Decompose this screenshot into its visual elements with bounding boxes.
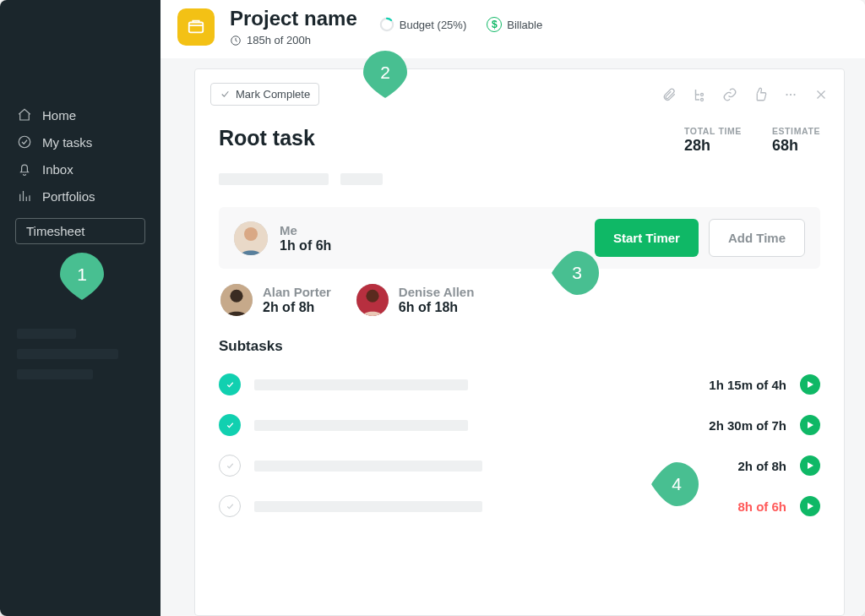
sidebar-item-label: Portfolios <box>42 189 95 204</box>
svg-point-14 <box>366 290 378 303</box>
project-header: Project name 185h of 200h Budget (25%) $… <box>160 0 865 58</box>
placeholder-row <box>219 173 820 185</box>
panel-actions <box>661 87 829 102</box>
subtasks-heading: Subtasks <box>219 338 820 355</box>
budget-progress-icon <box>379 17 394 32</box>
sidebar-item-timesheet[interactable]: Timesheet <box>15 218 145 244</box>
assignee-row: Denise Allen 6h of 18h <box>356 284 474 316</box>
svg-point-5 <box>701 98 704 101</box>
subtask-check-done-icon[interactable] <box>219 414 241 436</box>
subtask-row: 2h of 8h <box>219 455 820 477</box>
svg-point-4 <box>701 93 704 95</box>
sidebar: Home My tasks Inbox Portfolios Timesheet <box>0 0 160 616</box>
bars-icon <box>17 188 32 204</box>
svg-point-6 <box>786 93 787 95</box>
clock-icon <box>230 35 242 46</box>
subtask-placeholder <box>254 420 468 431</box>
more-icon[interactable] <box>783 87 798 102</box>
assignee-time: 1h of 6h <box>280 238 331 253</box>
sidebar-item-label: Home <box>42 108 76 123</box>
assignee-time: 6h of 18h <box>399 300 474 315</box>
subtask-icon[interactable] <box>692 87 707 102</box>
home-icon <box>17 107 32 123</box>
avatar <box>356 284 389 316</box>
assignee-time: 2h of 8h <box>263 300 331 315</box>
sidebar-item-home[interactable]: Home <box>0 101 160 128</box>
project-hours: 185h of 200h <box>230 34 357 46</box>
svg-rect-1 <box>189 23 204 33</box>
play-icon[interactable] <box>800 496 820 516</box>
avatar <box>220 284 253 316</box>
other-assignees: Alan Porter 2h of 8h Denise Allen 6h of … <box>219 284 820 316</box>
subtask-check-open-icon[interactable] <box>219 455 241 477</box>
link-icon[interactable] <box>722 87 737 102</box>
svg-point-8 <box>793 93 795 95</box>
subtask-time: 2h of 8h <box>738 459 787 473</box>
bell-icon <box>17 161 32 177</box>
svg-point-12 <box>230 290 242 303</box>
assignee-name: Denise Allen <box>399 285 474 299</box>
avatar <box>234 221 268 255</box>
mark-complete-button[interactable]: Mark Complete <box>210 83 319 106</box>
budget-indicator[interactable]: Budget (25%) <box>379 17 467 32</box>
subtask-placeholder <box>254 379 468 390</box>
svg-point-0 <box>19 136 30 148</box>
subtask-row: 1h 15m of 4h <box>219 373 820 395</box>
subtask-row: 8h of 6h <box>219 495 820 517</box>
subtask-check-open-icon[interactable] <box>219 495 241 517</box>
assignee-row: Alan Porter 2h of 8h <box>220 284 331 316</box>
assignee-name: Alan Porter <box>263 285 331 299</box>
check-icon <box>220 89 231 100</box>
project-icon <box>177 8 215 46</box>
svg-point-7 <box>790 93 792 95</box>
sidebar-placeholder <box>17 329 76 339</box>
task-title: Root task <box>219 126 315 150</box>
sidebar-item-label: Inbox <box>42 162 73 177</box>
sidebar-item-label: My tasks <box>42 135 92 150</box>
subtask-time: 2h 30m of 7h <box>709 418 786 433</box>
dollar-circle-icon: $ <box>487 17 502 32</box>
close-icon[interactable] <box>813 87 829 102</box>
start-timer-button[interactable]: Start Timer <box>595 219 699 257</box>
sidebar-item-label: Timesheet <box>26 224 84 238</box>
sidebar-placeholder <box>17 369 93 379</box>
svg-point-10 <box>244 227 258 241</box>
attachment-icon[interactable] <box>661 87 677 102</box>
sidebar-item-portfolios[interactable]: Portfolios <box>0 183 160 210</box>
add-time-button[interactable]: Add Time <box>709 219 805 257</box>
subtask-time: 8h of 6h <box>738 499 787 514</box>
subtask-check-done-icon[interactable] <box>219 373 241 395</box>
my-time-block: Me 1h of 6h Start Timer Add Time <box>219 207 820 269</box>
subtask-placeholder <box>254 461 482 472</box>
play-icon[interactable] <box>800 374 820 395</box>
sidebar-item-inbox[interactable]: Inbox <box>0 155 160 183</box>
subtask-time: 1h 15m of 4h <box>709 378 786 392</box>
assignee-name: Me <box>280 223 331 237</box>
like-icon[interactable] <box>753 87 768 102</box>
stat-estimate: ESTIMATE 68h <box>772 126 820 155</box>
check-circle-icon <box>17 134 32 150</box>
main: Project name 185h of 200h Budget (25%) $… <box>160 0 865 616</box>
play-icon[interactable] <box>800 455 820 476</box>
play-icon[interactable] <box>800 415 820 435</box>
sidebar-item-mytasks[interactable]: My tasks <box>0 128 160 155</box>
sidebar-placeholder <box>17 349 118 359</box>
project-title: Project name <box>230 7 357 30</box>
billable-indicator[interactable]: $ Billable <box>487 17 542 32</box>
subtask-placeholder <box>254 501 482 512</box>
task-panel: Mark Complete Root task <box>194 68 845 616</box>
subtask-row: 2h 30m of 7h <box>219 414 820 436</box>
stat-total-time: TOTAL TIME 28h <box>684 126 742 155</box>
